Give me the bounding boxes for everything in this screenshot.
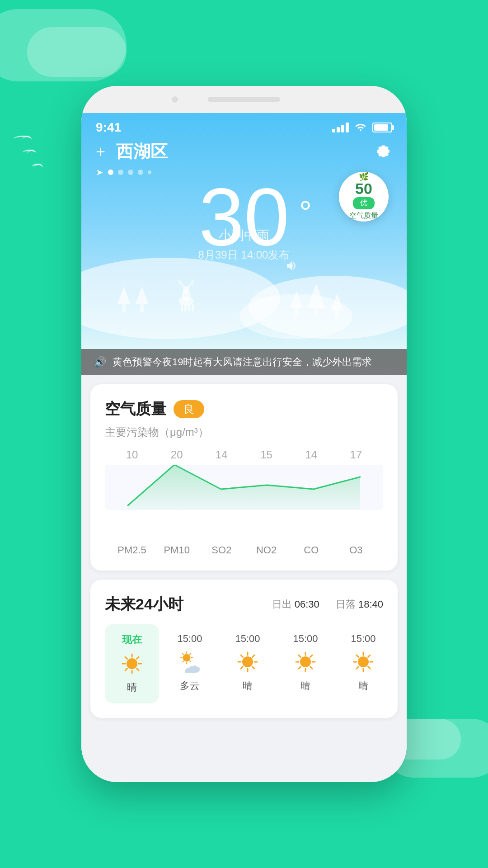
svg-point-44 xyxy=(358,656,369,667)
chart-label-o3: O3 xyxy=(338,544,374,556)
tree-3 xyxy=(331,293,343,319)
wifi-icon xyxy=(354,121,367,134)
battery-fill xyxy=(374,124,388,131)
location-dot-1[interactable] xyxy=(118,170,123,175)
warning-text: 黄色预警今夜19时起有大风请注意出行安全，减少外出需求 xyxy=(113,355,372,369)
sunrise-value: 06:30 xyxy=(295,599,319,610)
svg-line-16 xyxy=(125,669,127,671)
warning-speaker-icon: 🔊 xyxy=(94,356,106,368)
weather-header: 9:41 xyxy=(81,113,407,375)
aq-badge: 良 xyxy=(174,400,204,418)
aq-subtitle: 主要污染物（μg/m³） xyxy=(105,425,383,439)
warning-banner: 🔊 黄色预警今夜19时起有大风请注意出行安全，减少外出需求 xyxy=(81,349,407,375)
forecast-time-4: 15:00 xyxy=(351,633,375,645)
svg-line-41 xyxy=(310,667,313,669)
svg-line-14 xyxy=(137,669,139,671)
chart-label-co: CO xyxy=(293,544,329,556)
svg-point-8 xyxy=(127,658,137,669)
svg-rect-4 xyxy=(184,304,187,311)
aqi-label: 优 xyxy=(353,197,375,209)
tree-4 xyxy=(136,287,148,312)
partly-cloudy-icon xyxy=(176,650,203,674)
sun-icon-4 xyxy=(352,650,375,674)
forecast-item-3: 15:00 xyxy=(278,624,333,703)
forecast-title-row: 未来24小时 日出 06:30 日落 18:40 xyxy=(105,594,383,615)
temperature-display: 30 ° xyxy=(199,176,289,258)
add-city-button[interactable]: + xyxy=(96,142,105,161)
svg-line-34 xyxy=(241,667,243,669)
forecast-weather-3: 晴 xyxy=(300,679,310,693)
svg-point-17 xyxy=(183,654,191,661)
chart-label-pm10: PM10 xyxy=(159,544,195,556)
svg-point-26 xyxy=(242,656,253,667)
chart-label-so2: SO2 xyxy=(203,544,239,556)
chart-val-4: 14 xyxy=(293,448,329,461)
svg-rect-3 xyxy=(181,304,183,311)
svg-line-49 xyxy=(357,655,359,657)
bg-cloud-2 xyxy=(27,27,127,77)
svg-line-52 xyxy=(357,667,359,669)
forecast-weather-1: 多云 xyxy=(180,679,200,693)
aqi-number: 50 xyxy=(355,181,372,196)
sunset-value: 18:40 xyxy=(358,599,383,610)
forecast-item-current: 现在 xyxy=(105,624,159,703)
location-dot-4[interactable] xyxy=(148,170,151,174)
svg-line-22 xyxy=(183,654,183,655)
forecast-item-1: 15:00 xyxy=(163,624,217,703)
svg-line-43 xyxy=(299,667,301,669)
forecast-scroll: 现在 xyxy=(105,624,383,703)
svg-line-51 xyxy=(368,655,371,657)
forecast-time-1: 15:00 xyxy=(177,633,202,645)
sunset-time: 日落 18:40 xyxy=(336,598,383,611)
chart-labels: PM2.5 PM10 SO2 NO2 CO O3 xyxy=(105,544,383,556)
birds-decoration xyxy=(14,136,43,178)
forecast-title: 未来24小时 xyxy=(105,594,183,615)
tree-5 xyxy=(117,287,130,312)
chart-val-3: 15 xyxy=(249,448,285,461)
scroll-content: 空气质量 良 主要污染物（μg/m³） 10 20 14 15 14 17 xyxy=(81,375,407,782)
city-name: 西湖区 xyxy=(116,140,372,163)
battery-icon xyxy=(372,123,392,132)
svg-line-24 xyxy=(190,654,191,655)
status-time: 9:41 xyxy=(96,120,121,135)
svg-line-31 xyxy=(241,655,243,657)
svg-line-13 xyxy=(125,657,127,659)
weather-condition: 小到中雨 xyxy=(219,227,269,244)
svg-line-42 xyxy=(310,655,313,657)
svg-rect-5 xyxy=(188,304,190,311)
phone-camera xyxy=(172,96,178,103)
tree-1 xyxy=(307,283,325,316)
sun-icon-3 xyxy=(294,650,317,674)
tree-2 xyxy=(290,291,303,316)
svg-line-50 xyxy=(368,667,371,669)
status-icons xyxy=(332,121,392,134)
svg-line-33 xyxy=(253,655,255,657)
location-dot-3[interactable] xyxy=(138,170,143,175)
degree-symbol: ° xyxy=(299,194,312,231)
location-arrow-icon: ➤ xyxy=(96,167,103,178)
svg-line-15 xyxy=(137,657,139,659)
top-nav: + 西湖区 xyxy=(81,135,407,163)
chart-val-0: 10 xyxy=(114,448,150,461)
chart-label-pm25: PM2.5 xyxy=(114,544,150,556)
forecast-time-3: 15:00 xyxy=(293,633,318,645)
aqi-badge: 🌿 50 优 空气质量 xyxy=(339,172,389,222)
settings-button[interactable] xyxy=(372,141,392,163)
phone-top-bar xyxy=(81,86,407,113)
sun-times: 日出 06:30 日落 18:40 xyxy=(272,598,383,611)
svg-rect-6 xyxy=(192,304,194,311)
aqi-text: 空气质量 xyxy=(349,211,378,221)
forecast-item-4: 15:00 xyxy=(336,624,383,703)
sun-icon-2 xyxy=(236,650,259,674)
sun-icon-current xyxy=(120,652,144,675)
forecast-weather-4: 晴 xyxy=(358,679,368,693)
sunrise-time: 日出 06:30 xyxy=(272,598,319,611)
location-dot-0[interactable] xyxy=(108,170,113,175)
forecast-card: 未来24小时 日出 06:30 日落 18:40 现在 xyxy=(90,580,398,718)
svg-point-35 xyxy=(300,656,311,667)
location-dot-2[interactable] xyxy=(128,170,133,175)
chart-val-1: 20 xyxy=(159,448,195,461)
air-quality-card: 空气质量 良 主要污染物（μg/m³） 10 20 14 15 14 17 xyxy=(90,384,398,571)
forecast-item-2: 15:00 xyxy=(221,624,275,703)
signal-icon xyxy=(332,123,349,132)
